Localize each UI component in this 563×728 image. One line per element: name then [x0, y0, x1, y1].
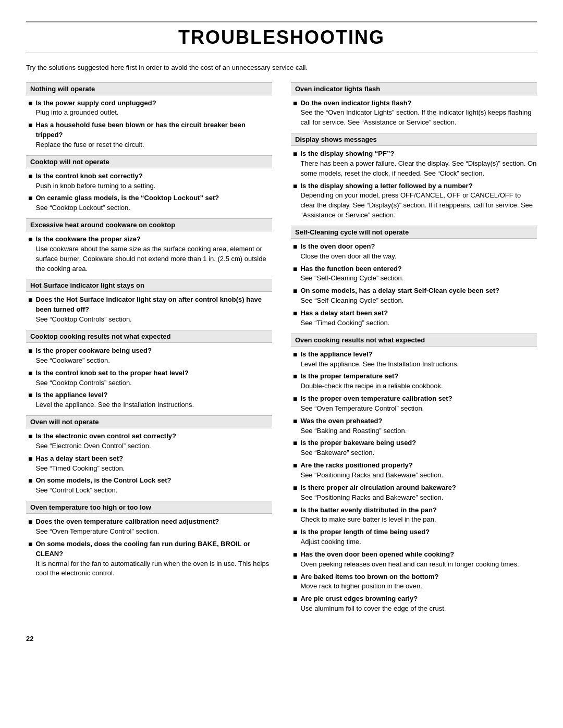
section-6: Oven temperature too high or too low■Doe… [26, 501, 272, 578]
bullet-icon: ■ [28, 99, 32, 107]
item-answer: Use aluminum foil to cover the edge of t… [300, 604, 446, 614]
item-answer: Plug into a grounded outlet. [35, 108, 156, 118]
item-answer: Move rack to higher position in the oven… [300, 582, 438, 591]
bullet-icon: ■ [28, 432, 32, 440]
item-question: On some models, has a delay start Self-C… [300, 287, 499, 294]
section-0: Oven indicator lights flash■Do the oven … [291, 82, 537, 128]
section-header-4: Cooktop cooking results not what expecte… [26, 330, 272, 343]
item-content: Has a delay start been set?See “Timed Co… [35, 454, 125, 474]
item-content: On ceramic glass models, is the “Cooktop… [35, 193, 219, 213]
item-content: Are the racks positioned properly?See “P… [300, 461, 443, 480]
list-item: ■Is the proper oven temperature calibrat… [291, 394, 537, 414]
item-content: Is the proper length of time being used?… [300, 527, 430, 547]
item-content: Has the oven door been opened while cook… [300, 550, 519, 570]
page-number: 22 [26, 635, 537, 643]
item-content: Is the appliance level?Level the applian… [35, 390, 194, 410]
bullet-icon: ■ [293, 417, 297, 425]
section-3: Oven cooking results not what expected■I… [291, 334, 537, 614]
bullet-icon: ■ [28, 347, 32, 355]
item-content: Are baked items too brown on the bottom?… [300, 572, 438, 592]
bullet-icon: ■ [293, 461, 297, 470]
section-header-1: Cooktop will not operate [26, 155, 272, 168]
list-item: ■On ceramic glass models, is the “Cookto… [26, 193, 272, 213]
list-item: ■Does the oven temperature calibration n… [26, 517, 272, 537]
bullet-icon: ■ [293, 287, 297, 295]
list-item: ■On some models, has a delay start Self-… [291, 286, 537, 306]
item-question: On ceramic glass models, is the “Cooktop… [35, 194, 219, 202]
item-answer: Level the appliance. See the Installatio… [300, 360, 459, 369]
item-question: Does the Hot Surface indicator light sta… [35, 295, 261, 313]
section-3: Hot Surface indicator light stays on■Doe… [26, 279, 272, 325]
item-answer: Close the oven door all the way. [300, 252, 396, 262]
bullet-icon: ■ [293, 372, 297, 380]
main-content: Nothing will operate■Is the power supply… [26, 82, 537, 619]
item-question: Is the proper cookware being used? [35, 347, 152, 354]
item-question: Are pie crust edges browning early? [300, 595, 418, 602]
item-answer: See “Positioning Racks and Bakeware” sec… [300, 471, 443, 480]
right-column: Oven indicator lights flash■Do the oven … [291, 82, 537, 619]
bullet-icon: ■ [293, 595, 297, 603]
list-item: ■Is the appliance level?Level the applia… [291, 350, 537, 369]
item-question: Is the appliance level? [300, 350, 372, 358]
item-answer: Double-check the recipe in a reliable co… [300, 381, 443, 391]
bullet-icon: ■ [28, 235, 32, 243]
item-question: Is the display showing “PF”? [300, 150, 394, 157]
item-question: Is the power supply cord unplugged? [35, 99, 156, 107]
item-content: Has the function been entered?See “Self-… [300, 264, 403, 284]
list-item: ■Is the oven door open?Close the oven do… [291, 242, 537, 262]
section-2: Excessive heat around cookware on cookto… [26, 218, 272, 274]
bullet-icon: ■ [293, 506, 297, 514]
list-item: ■Is the appliance level?Level the applia… [26, 390, 272, 410]
item-content: Is the proper oven temperature calibrati… [300, 394, 452, 414]
item-content: Is the display showing a letter followed… [300, 181, 537, 220]
item-content: Is the control knob set correctly?Push i… [35, 171, 155, 191]
item-content: Are pie crust edges browning early?Use a… [300, 594, 446, 614]
item-answer: See “Bakeware” section. [300, 448, 416, 458]
item-question: Was the oven preheated? [300, 417, 382, 425]
list-item: ■Is there proper air circulation around … [291, 483, 537, 503]
section-header-3: Hot Surface indicator light stays on [26, 279, 272, 292]
item-question: Does the oven temperature calibration ne… [35, 517, 219, 525]
list-item: ■Has a delay start been set?See “Timed C… [291, 309, 537, 328]
item-question: Is the cookware the proper size? [35, 235, 141, 243]
list-item: ■Is the proper temperature set?Double-ch… [291, 372, 537, 391]
item-answer: Level the appliance. See the Installatio… [35, 400, 194, 410]
list-item: ■Has the function been entered?See “Self… [291, 264, 537, 284]
item-question: Is the appliance level? [35, 391, 107, 399]
item-content: Is the appliance level?Level the applian… [300, 350, 459, 369]
item-answer: Check to make sure batter is level in th… [300, 515, 437, 525]
item-content: Was the oven preheated?See “Baking and R… [300, 416, 407, 436]
section-1: Cooktop will not operate■Is the control … [26, 155, 272, 213]
item-answer: Oven peeking releases oven heat and can … [300, 560, 519, 570]
list-item: ■Is the proper cookware being used?See “… [26, 346, 272, 366]
list-item: ■Is the electronic oven control set corr… [26, 431, 272, 451]
item-question: Is the oven door open? [300, 242, 375, 250]
item-answer: See “Cooktop Lockout” section. [35, 203, 219, 213]
item-answer: There has been a power failure. Clear th… [300, 159, 537, 179]
item-content: Is the cookware the proper size?Use cook… [35, 235, 272, 274]
item-question: Has a household fuse been blown or has t… [35, 121, 245, 139]
list-item: ■Is the display showing “PF”?There has b… [291, 149, 537, 179]
list-item: ■Is the cookware the proper size?Use coo… [26, 235, 272, 274]
list-item: ■Is the control knob set correctly?Push … [26, 171, 272, 191]
item-question: Are baked items too brown on the bottom? [300, 573, 438, 581]
section-4: Cooktop cooking results not what expecte… [26, 330, 272, 410]
item-question: Is the electronic oven control set corre… [35, 432, 176, 440]
item-content: Is the proper cookware being used?See “C… [35, 346, 152, 366]
item-content: Is the electronic oven control set corre… [35, 431, 176, 451]
section-header-0: Nothing will operate [26, 82, 272, 95]
bullet-icon: ■ [293, 394, 297, 403]
item-content: On some models, has a delay start Self-C… [300, 286, 499, 306]
item-question: On some models, does the cooling fan run… [35, 540, 250, 558]
item-answer: Depending on your model, press OFF/CANCE… [300, 191, 537, 220]
item-question: Is the control knob set correctly? [35, 172, 142, 180]
page-title: TROUBLESHOOTING [26, 21, 537, 53]
item-content: Is the proper temperature set?Double-che… [300, 372, 443, 391]
list-item: ■Does the Hot Surface indicator light st… [26, 295, 272, 325]
list-item: ■Is the control knob set to the proper h… [26, 368, 272, 388]
list-item: ■On some models, does the cooling fan ru… [26, 539, 272, 578]
item-answer: See “Baking and Roasting” section. [300, 426, 407, 436]
item-content: Has a delay start been set?See “Timed Co… [300, 309, 389, 328]
item-question: Has a delay start been set? [35, 454, 123, 462]
bullet-icon: ■ [293, 350, 297, 359]
